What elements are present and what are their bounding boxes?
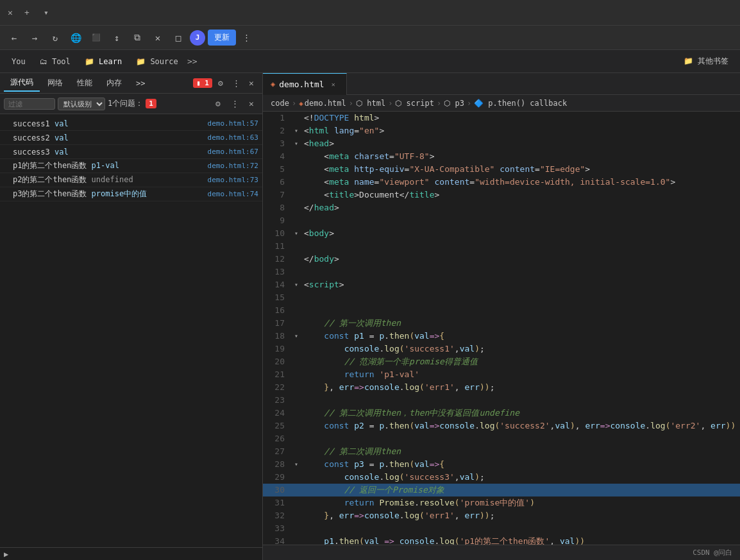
breadcrumb-sep-3: › [388,99,392,108]
console-row[interactable]: p2的第二个then函数 undefined demo.html:73 [0,173,262,187]
nav-tab-bookmarks[interactable]: 📁 其他书签 [677,53,735,69]
editor-tab-close[interactable]: ✕ [328,79,339,89]
nav-tab-source[interactable]: 📁 Source [130,55,185,69]
console-row[interactable]: success2 val demo.html:63 [0,131,262,145]
toolbar-btn-3[interactable]: ⧉ [128,29,146,47]
code-content: return 'p1-val' [301,368,740,381]
code-content [301,291,740,304]
devtools-tab-more[interactable]: >> [130,76,151,90]
devtools-more-icon[interactable]: ⋮ [229,76,243,90]
code-content: console.log('success1',val); [301,343,740,355]
tab-close-button[interactable]: ✕ [5,8,15,18]
console-row[interactable]: p3的第二个then函数 promise中的值 demo.html:74 [0,187,262,201]
line-num: 6 [263,176,291,189]
fold-icon[interactable]: ▾ [291,227,301,240]
nav-tab-tool[interactable]: 🗂 Tool [33,55,77,69]
fold-icon [291,445,301,458]
code-area[interactable]: 1 <!DOCTYPE html> 2 ▾ <html lang="en"> 3… [263,112,740,545]
fold-icon [291,432,301,445]
fold-icon [291,112,301,124]
fold-icon[interactable]: ▾ [291,137,301,150]
nav-overflow-button[interactable]: >> [186,55,199,68]
fold-icon [291,201,301,214]
line-num: 26 [263,432,291,445]
issues-count-badge: 1 [146,99,156,108]
tab-overflow-button[interactable]: ▾ [38,5,54,21]
forward-button[interactable]: → [26,29,44,47]
code-line-2: 2 ▾ <html lang="en"> [263,124,740,137]
update-button[interactable]: 更新 [208,30,236,46]
breadcrumb: code › ◈demo.html › ⬡ html › ⬡ script › … [263,95,740,112]
code-line-24: 24 // 第二次调用then，then中没有返回值undefine [263,407,740,420]
fold-icon [291,522,301,535]
devtools-tab-memory[interactable]: 内存 [100,75,128,91]
line-num: 2 [263,124,291,137]
devtools-settings-icon[interactable]: ⚙ [214,76,228,90]
console-row[interactable]: p1的第二个then函数 p1-val demo.html:72 [0,159,262,173]
breadcrumb-p3[interactable]: ⬡ p3 [444,99,464,108]
console-file-link[interactable]: demo.html:74 [208,190,258,198]
devtools-tab-network[interactable]: 网络 [41,75,69,91]
breadcrumb-demohtml[interactable]: ◈demo.html [299,99,346,108]
line-num: 32 [263,509,291,522]
console-row[interactable]: success1 val demo.html:57 [0,117,262,131]
console-file-link[interactable]: demo.html:67 [208,148,258,156]
console-output: success1 val demo.html:57 success2 val d… [0,114,262,547]
line-num: 33 [263,522,291,535]
fold-icon[interactable]: ▾ [291,458,301,471]
code-line-9: 9 [263,214,740,227]
expand-triangle[interactable]: ▶ [4,550,8,559]
fold-icon [291,368,301,381]
line-num: 1 [263,112,291,124]
devtools-close-icon[interactable]: ✕ [244,76,258,90]
tab-add-button[interactable]: + [19,5,35,21]
code-line-22: 22 }, err=>console.log('err1', err)); [263,381,740,394]
line-num: 20 [263,355,291,368]
fold-icon[interactable]: ▾ [291,330,301,343]
console-close-icon[interactable]: ✕ [244,97,258,111]
fold-icon [291,176,301,189]
console-file-link[interactable]: demo.html:73 [208,176,258,184]
extensions-icon[interactable]: ⬛ [87,29,105,47]
line-num: 11 [263,240,291,253]
filter-input[interactable] [4,98,55,110]
breadcrumb-code[interactable]: code [271,99,289,108]
nav-tab-you[interactable]: You [5,55,32,69]
nav-tab-learn[interactable]: 📁 Learn [78,55,128,69]
toolbar-btn-2[interactable]: ↕ [108,29,126,47]
code-content: // 第二次调用then，then中没有返回值undefine [301,407,740,420]
html-file-icon: ◈ [271,80,275,89]
fold-icon[interactable]: ▾ [291,278,301,291]
browser-tab-bar: ✕ + ▾ [0,0,740,26]
toolbar-btn-4[interactable]: ✕ [149,29,167,47]
breadcrumb-html[interactable]: ⬡ html [356,99,385,108]
user-avatar[interactable]: J [190,30,205,46]
log-level-select[interactable]: 默认级别 详细 信息 警告 错误 [58,98,105,110]
code-line-31: 31 return Promise.resolve('promise中的值') [263,496,740,509]
code-line-28: 28 ▾ const p3 = p.then(val=>{ [263,458,740,471]
more-button[interactable]: ⋮ [239,30,254,46]
code-line-13: 13 [263,266,740,278]
breadcrumb-callback[interactable]: 🔷 p.then() callback [474,99,567,108]
devtools-tab-source[interactable]: 源代码 [4,74,40,92]
back-button[interactable]: ← [5,29,23,47]
fold-icon[interactable]: ▾ [291,124,301,137]
toolbar-btn-5[interactable]: □ [169,29,187,47]
console-file-link[interactable]: demo.html:72 [208,162,258,170]
breadcrumb-script[interactable]: ⬡ script [395,99,434,108]
line-num: 9 [263,214,291,227]
devtools-tab-performance[interactable]: 性能 [71,75,99,91]
console-settings-icon[interactable]: ⚙ [211,97,225,111]
console-more-icon[interactable]: ⋮ [228,97,242,111]
editor-tab-demo-html[interactable]: ◈ demo.html ✕ [263,73,347,95]
console-file-link[interactable]: demo.html:63 [208,133,258,142]
code-content: <head> [301,137,740,150]
code-line-18: 18 ▾ const p1 = p.then(val=>{ [263,330,740,343]
refresh-button[interactable]: ↻ [46,29,64,47]
console-row[interactable]: success3 val demo.html:67 [0,145,262,159]
console-file-link[interactable]: demo.html:57 [208,119,258,128]
code-line-32: 32 }, err=>console.log('err1', err)); [263,509,740,522]
code-line-5: 5 <meta http-equiv="X-UA-Compatible" con… [263,163,740,176]
editor-tab-bar: ◈ demo.html ✕ [263,73,740,95]
code-line-17: 17 // 第一次调用then [263,317,740,330]
